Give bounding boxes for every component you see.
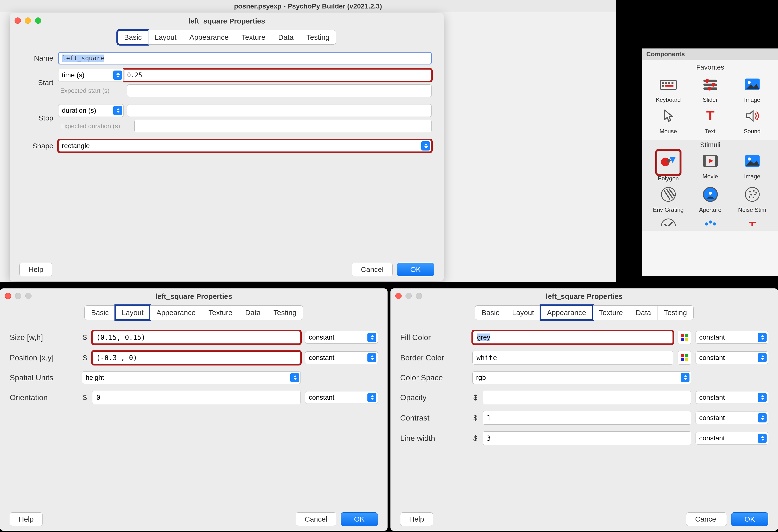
fill-color-input[interactable]: grey: [472, 331, 673, 344]
component-more-3[interactable]: T: [734, 216, 771, 226]
border-color-input[interactable]: white: [472, 351, 673, 364]
dollar-sign: $: [472, 434, 478, 442]
component-aperture[interactable]: Aperture: [692, 185, 728, 213]
component-label: Movie: [692, 173, 728, 180]
grating-icon: [659, 216, 678, 226]
tab-data[interactable]: Data: [239, 305, 267, 320]
tab-basic[interactable]: Basic: [84, 305, 115, 320]
orientation-input[interactable]: 0: [92, 391, 301, 404]
dollar-sign: $: [472, 414, 478, 422]
shape-dropdown[interactable]: rectangle: [58, 140, 432, 152]
tab-layout[interactable]: Layout: [148, 30, 183, 45]
component-movie[interactable]: Movie: [692, 151, 728, 182]
name-input[interactable]: left_square: [58, 52, 432, 65]
opacity-mode-dropdown[interactable]: constant: [696, 391, 768, 404]
start-time-input[interactable]: 0.25: [124, 69, 432, 81]
component-env-grating[interactable]: Env Grating: [650, 185, 687, 213]
minimize-icon[interactable]: [15, 293, 21, 299]
zoom-icon[interactable]: [416, 293, 422, 299]
cancel-button[interactable]: Cancel: [686, 512, 726, 526]
line-width-input[interactable]: 3: [483, 431, 691, 445]
tab-appearance[interactable]: Appearance: [541, 305, 593, 320]
tab-appearance[interactable]: Appearance: [150, 305, 202, 320]
text-icon: T: [743, 216, 762, 226]
component-slider[interactable]: Slider: [692, 75, 728, 103]
help-button[interactable]: Help: [19, 263, 52, 276]
ok-button[interactable]: OK: [341, 512, 378, 526]
spatial-units-dropdown[interactable]: height: [82, 371, 301, 384]
stop-type-dropdown[interactable]: duration (s): [58, 104, 124, 117]
component-more-1[interactable]: [650, 216, 687, 226]
svg-rect-47: [681, 334, 684, 337]
component-text[interactable]: T Text: [692, 106, 728, 135]
tab-appearance[interactable]: Appearance: [183, 30, 235, 45]
component-sound[interactable]: Sound: [734, 106, 771, 135]
close-icon[interactable]: [395, 293, 402, 299]
properties-dialog-basic: left_square Properties Basic Layout Appe…: [10, 13, 444, 281]
component-label: Env Grating: [650, 206, 687, 213]
component-image-stim[interactable]: Image: [734, 151, 771, 182]
image-icon: [743, 151, 762, 171]
contrast-mode-dropdown[interactable]: constant: [696, 412, 768, 424]
tab-data[interactable]: Data: [272, 30, 300, 45]
color-space-dropdown[interactable]: rgb: [472, 371, 691, 384]
component-more-2[interactable]: [692, 216, 728, 226]
svg-point-43: [712, 223, 716, 226]
start-type-dropdown[interactable]: time (s): [58, 69, 124, 81]
line-width-mode-dropdown[interactable]: constant: [696, 432, 768, 445]
window-title: posner.psyexp - PsychoPy Builder (v2021.…: [0, 0, 616, 12]
orientation-mode-dropdown[interactable]: constant: [305, 391, 378, 404]
tab-basic[interactable]: Basic: [475, 305, 505, 320]
border-color-picker[interactable]: [678, 351, 691, 364]
svg-point-30: [745, 187, 759, 201]
size-mode-dropdown[interactable]: constant: [305, 331, 378, 344]
tab-basic[interactable]: Basic: [118, 30, 148, 45]
help-button[interactable]: Help: [400, 512, 433, 526]
ok-button[interactable]: OK: [397, 263, 434, 276]
contrast-input[interactable]: 1: [483, 411, 691, 425]
aperture-icon: [701, 185, 720, 204]
svg-point-37: [755, 192, 757, 193]
tab-testing[interactable]: Testing: [657, 305, 693, 320]
ok-button[interactable]: OK: [731, 512, 768, 526]
tab-texture[interactable]: Texture: [235, 30, 272, 45]
close-icon[interactable]: [5, 293, 11, 299]
start-label: Start: [22, 69, 53, 87]
svg-rect-3: [669, 82, 670, 84]
position-input[interactable]: (-0.3 , 0): [92, 351, 301, 364]
opacity-label: Opacity: [400, 393, 468, 402]
border-color-mode-dropdown[interactable]: constant: [696, 351, 768, 364]
minimize-icon[interactable]: [25, 17, 31, 24]
component-polygon[interactable]: Polygon: [650, 151, 687, 182]
zoom-icon[interactable]: [35, 17, 41, 24]
tab-texture[interactable]: Texture: [593, 305, 629, 320]
fill-color-mode-dropdown[interactable]: constant: [696, 331, 768, 344]
tab-data[interactable]: Data: [629, 305, 657, 320]
tab-layout[interactable]: Layout: [506, 305, 541, 320]
fill-color-picker[interactable]: [678, 331, 691, 344]
expected-start-input[interactable]: [127, 84, 432, 97]
component-keyboard[interactable]: Keyboard: [650, 75, 687, 103]
component-image[interactable]: Image: [734, 75, 771, 103]
tab-testing[interactable]: Testing: [300, 30, 336, 45]
stop-duration-input[interactable]: [127, 104, 432, 117]
tab-texture[interactable]: Texture: [202, 305, 239, 320]
position-mode-dropdown[interactable]: constant: [305, 351, 378, 364]
svg-rect-52: [685, 354, 688, 357]
zoom-icon[interactable]: [25, 293, 31, 299]
tab-testing[interactable]: Testing: [267, 305, 303, 320]
window-controls: [14, 17, 41, 24]
component-noise-stim[interactable]: Noise Stim: [734, 185, 771, 213]
component-label: Sound: [734, 128, 771, 135]
close-icon[interactable]: [14, 17, 21, 24]
tab-layout[interactable]: Layout: [115, 305, 150, 320]
help-button[interactable]: Help: [10, 512, 43, 526]
opacity-input[interactable]: [483, 391, 691, 404]
noise-icon: [743, 185, 762, 204]
size-input[interactable]: (0.15, 0.15): [92, 331, 301, 344]
cancel-button[interactable]: Cancel: [352, 263, 392, 276]
cancel-button[interactable]: Cancel: [296, 512, 336, 526]
component-mouse[interactable]: Mouse: [650, 106, 687, 135]
expected-duration-input[interactable]: [134, 120, 432, 132]
minimize-icon[interactable]: [405, 293, 412, 299]
